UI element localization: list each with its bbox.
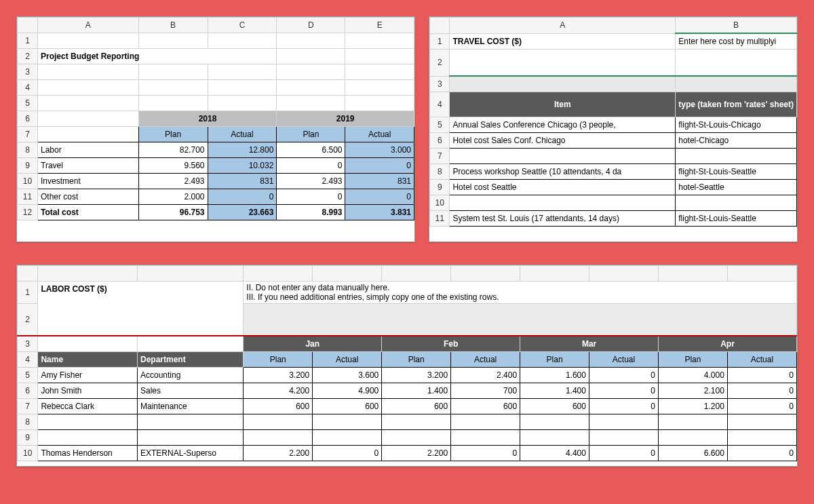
cell[interactable]: Process workshop Seattle (10 attendants,… bbox=[450, 164, 676, 180]
row-label[interactable]: Investment bbox=[38, 174, 139, 189]
row-header[interactable]: 7 bbox=[18, 127, 38, 142]
cell[interactable]: 0 bbox=[727, 383, 796, 399]
row-header[interactable]: 11 bbox=[18, 189, 38, 205]
labor-grid[interactable]: 1 LABOR COST ($) II. Do not enter any da… bbox=[17, 265, 797, 461]
cell[interactable]: 12.800 bbox=[208, 142, 277, 158]
cell[interactable]: 831 bbox=[345, 174, 414, 189]
cell[interactable]: 4.900 bbox=[313, 383, 382, 399]
col-header[interactable] bbox=[137, 266, 243, 282]
row-header[interactable]: 1 bbox=[18, 33, 38, 49]
row-header[interactable]: 9 bbox=[18, 158, 38, 174]
row-header[interactable]: 9 bbox=[18, 430, 38, 446]
cell[interactable]: 0 bbox=[727, 368, 796, 383]
cell[interactable]: 0 bbox=[589, 368, 658, 383]
cell[interactable]: Rebecca Clark bbox=[38, 399, 138, 414]
select-all-corner[interactable] bbox=[18, 18, 38, 33]
cell[interactable]: 4.200 bbox=[244, 383, 313, 399]
col-header[interactable] bbox=[451, 266, 520, 282]
budget-grid[interactable]: A B C D E 1 2 Project Budget Reporting 3… bbox=[17, 17, 414, 220]
cell[interactable] bbox=[676, 149, 797, 164]
cell[interactable]: 6.500 bbox=[277, 142, 345, 158]
cell[interactable]: Thomas Henderson bbox=[38, 446, 138, 461]
cell[interactable]: 1.400 bbox=[382, 383, 451, 399]
row-header[interactable]: 9 bbox=[430, 180, 450, 195]
row-header[interactable]: 6 bbox=[18, 383, 38, 399]
col-header[interactable] bbox=[382, 266, 451, 282]
cell[interactable]: 1.200 bbox=[659, 399, 728, 414]
row-header[interactable]: 4 bbox=[18, 352, 38, 368]
row-header[interactable]: 11 bbox=[430, 211, 450, 227]
row-header[interactable]: 8 bbox=[18, 142, 38, 158]
cell[interactable]: 0 bbox=[208, 189, 277, 205]
cell[interactable]: 0 bbox=[589, 399, 658, 414]
cell[interactable]: 831 bbox=[208, 174, 277, 189]
cell[interactable]: 600 bbox=[520, 399, 589, 414]
row-header[interactable]: 8 bbox=[430, 164, 450, 180]
cell[interactable]: Accounting bbox=[137, 368, 243, 383]
row-label[interactable]: Labor bbox=[38, 142, 139, 158]
row-header[interactable]: 6 bbox=[18, 111, 38, 127]
cell[interactable] bbox=[450, 149, 676, 164]
col-header-D[interactable]: D bbox=[277, 18, 345, 33]
cell[interactable]: 0 bbox=[345, 189, 414, 205]
row-label[interactable]: Travel bbox=[38, 158, 139, 174]
cell[interactable]: 1.400 bbox=[520, 383, 589, 399]
cell[interactable]: 10.032 bbox=[208, 158, 277, 174]
row-header[interactable]: 3 bbox=[430, 76, 450, 92]
row-header[interactable]: 12 bbox=[18, 205, 38, 220]
cell[interactable]: 3.200 bbox=[244, 368, 313, 383]
cell[interactable] bbox=[450, 195, 676, 211]
cell[interactable]: 3.831 bbox=[345, 205, 414, 220]
cell[interactable]: 2.000 bbox=[138, 189, 208, 205]
row-header[interactable]: 5 bbox=[18, 96, 38, 111]
row-header[interactable]: 1 bbox=[18, 282, 38, 304]
cell[interactable]: flight-St-Louis-Seattle bbox=[676, 211, 797, 227]
cell[interactable]: Sales bbox=[137, 383, 243, 399]
col-header[interactable] bbox=[659, 266, 728, 282]
cell[interactable]: hotel-Chicago bbox=[676, 133, 797, 149]
row-header[interactable]: 10 bbox=[18, 446, 38, 461]
row-header[interactable]: 10 bbox=[430, 195, 450, 211]
col-header-A[interactable]: A bbox=[450, 18, 676, 34]
cell[interactable]: System test St. Louis (17 attendants, 14… bbox=[450, 211, 676, 227]
cell[interactable]: 6.600 bbox=[659, 446, 728, 461]
cell[interactable]: 82.700 bbox=[138, 142, 208, 158]
col-header[interactable] bbox=[244, 266, 313, 282]
cell[interactable]: 0 bbox=[345, 158, 414, 174]
cell[interactable]: flight-St-Louis-Chicago bbox=[676, 117, 797, 133]
cell[interactable]: 600 bbox=[382, 399, 451, 414]
cell[interactable]: 4.400 bbox=[520, 446, 589, 461]
cell[interactable]: Annual Sales Conference Chicago (3 peopl… bbox=[450, 117, 676, 133]
cell[interactable]: 0 bbox=[727, 446, 796, 461]
row-label[interactable]: Other cost bbox=[38, 189, 139, 205]
row-header[interactable]: 3 bbox=[18, 64, 38, 80]
col-header[interactable] bbox=[589, 266, 658, 282]
select-all-corner[interactable] bbox=[18, 266, 38, 282]
cell[interactable]: Maintenance bbox=[137, 399, 243, 414]
col-header-A[interactable]: A bbox=[38, 18, 139, 33]
cell[interactable]: 600 bbox=[451, 399, 520, 414]
cell[interactable]: 3.200 bbox=[382, 368, 451, 383]
row-header[interactable]: 10 bbox=[18, 174, 38, 189]
row-header[interactable]: 8 bbox=[18, 414, 38, 430]
cell[interactable]: hotel-Seattle bbox=[676, 180, 797, 195]
cell[interactable]: 3.600 bbox=[313, 368, 382, 383]
cell[interactable]: 2.100 bbox=[659, 383, 728, 399]
cell[interactable]: flight-St-Louis-Seattle bbox=[676, 164, 797, 180]
col-header-B[interactable]: B bbox=[138, 18, 208, 33]
cell[interactable]: Amy Fisher bbox=[38, 368, 138, 383]
row-header[interactable]: 7 bbox=[18, 399, 38, 414]
row-header[interactable]: 5 bbox=[430, 117, 450, 133]
col-header[interactable] bbox=[520, 266, 589, 282]
cell[interactable]: 0 bbox=[313, 446, 382, 461]
col-header[interactable] bbox=[727, 266, 796, 282]
select-all-corner[interactable] bbox=[430, 18, 450, 34]
cell[interactable]: 700 bbox=[451, 383, 520, 399]
row-header[interactable]: 4 bbox=[430, 92, 450, 117]
cell[interactable]: 0 bbox=[727, 399, 796, 414]
col-header-E[interactable]: E bbox=[345, 18, 414, 33]
row-header[interactable]: 2 bbox=[18, 304, 38, 336]
cell[interactable]: 2.200 bbox=[244, 446, 313, 461]
travel-grid[interactable]: A B 1 TRAVEL COST ($) Enter here cost by… bbox=[429, 17, 797, 227]
cell[interactable]: 23.663 bbox=[208, 205, 277, 220]
